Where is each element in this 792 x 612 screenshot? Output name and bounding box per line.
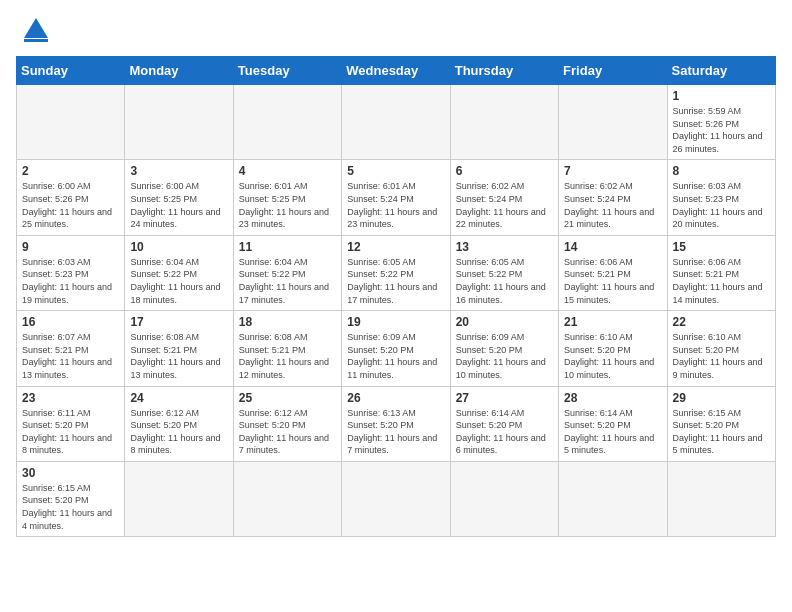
day-number: 1 (673, 89, 770, 103)
calendar-row: 9Sunrise: 6:03 AM Sunset: 5:23 PM Daylig… (17, 235, 776, 310)
day-number: 7 (564, 164, 661, 178)
day-info: Sunrise: 6:08 AM Sunset: 5:21 PM Dayligh… (130, 331, 227, 381)
day-number: 16 (22, 315, 119, 329)
calendar-row: 2Sunrise: 6:00 AM Sunset: 5:26 PM Daylig… (17, 160, 776, 235)
calendar-header: SundayMondayTuesdayWednesdayThursdayFrid… (17, 57, 776, 85)
day-number: 4 (239, 164, 336, 178)
day-cell: 7Sunrise: 6:02 AM Sunset: 5:24 PM Daylig… (559, 160, 667, 235)
page-header (16, 16, 776, 48)
day-cell: 13Sunrise: 6:05 AM Sunset: 5:22 PM Dayli… (450, 235, 558, 310)
logo-svg (22, 16, 50, 44)
weekday-header-row: SundayMondayTuesdayWednesdayThursdayFrid… (17, 57, 776, 85)
day-cell: 28Sunrise: 6:14 AM Sunset: 5:20 PM Dayli… (559, 386, 667, 461)
day-info: Sunrise: 5:59 AM Sunset: 5:26 PM Dayligh… (673, 105, 770, 155)
empty-cell (559, 461, 667, 536)
day-number: 5 (347, 164, 444, 178)
day-cell: 14Sunrise: 6:06 AM Sunset: 5:21 PM Dayli… (559, 235, 667, 310)
day-number: 26 (347, 391, 444, 405)
day-cell: 23Sunrise: 6:11 AM Sunset: 5:20 PM Dayli… (17, 386, 125, 461)
calendar-table: SundayMondayTuesdayWednesdayThursdayFrid… (16, 56, 776, 537)
day-info: Sunrise: 6:04 AM Sunset: 5:22 PM Dayligh… (130, 256, 227, 306)
empty-cell (450, 85, 558, 160)
day-number: 22 (673, 315, 770, 329)
day-number: 20 (456, 315, 553, 329)
day-cell: 3Sunrise: 6:00 AM Sunset: 5:25 PM Daylig… (125, 160, 233, 235)
day-info: Sunrise: 6:04 AM Sunset: 5:22 PM Dayligh… (239, 256, 336, 306)
day-info: Sunrise: 6:15 AM Sunset: 5:20 PM Dayligh… (673, 407, 770, 457)
day-cell: 8Sunrise: 6:03 AM Sunset: 5:23 PM Daylig… (667, 160, 775, 235)
day-cell: 5Sunrise: 6:01 AM Sunset: 5:24 PM Daylig… (342, 160, 450, 235)
day-number: 18 (239, 315, 336, 329)
day-number: 9 (22, 240, 119, 254)
day-number: 3 (130, 164, 227, 178)
day-cell: 2Sunrise: 6:00 AM Sunset: 5:26 PM Daylig… (17, 160, 125, 235)
day-number: 2 (22, 164, 119, 178)
day-info: Sunrise: 6:08 AM Sunset: 5:21 PM Dayligh… (239, 331, 336, 381)
day-cell: 26Sunrise: 6:13 AM Sunset: 5:20 PM Dayli… (342, 386, 450, 461)
calendar-row: 23Sunrise: 6:11 AM Sunset: 5:20 PM Dayli… (17, 386, 776, 461)
day-number: 10 (130, 240, 227, 254)
day-number: 19 (347, 315, 444, 329)
weekday-header-saturday: Saturday (667, 57, 775, 85)
day-cell: 21Sunrise: 6:10 AM Sunset: 5:20 PM Dayli… (559, 311, 667, 386)
empty-cell (125, 85, 233, 160)
day-info: Sunrise: 6:12 AM Sunset: 5:20 PM Dayligh… (239, 407, 336, 457)
day-number: 27 (456, 391, 553, 405)
day-cell: 16Sunrise: 6:07 AM Sunset: 5:21 PM Dayli… (17, 311, 125, 386)
day-cell: 25Sunrise: 6:12 AM Sunset: 5:20 PM Dayli… (233, 386, 341, 461)
day-cell: 17Sunrise: 6:08 AM Sunset: 5:21 PM Dayli… (125, 311, 233, 386)
day-info: Sunrise: 6:09 AM Sunset: 5:20 PM Dayligh… (347, 331, 444, 381)
day-info: Sunrise: 6:06 AM Sunset: 5:21 PM Dayligh… (564, 256, 661, 306)
weekday-header-wednesday: Wednesday (342, 57, 450, 85)
day-number: 15 (673, 240, 770, 254)
day-info: Sunrise: 6:07 AM Sunset: 5:21 PM Dayligh… (22, 331, 119, 381)
empty-cell (559, 85, 667, 160)
day-cell: 20Sunrise: 6:09 AM Sunset: 5:20 PM Dayli… (450, 311, 558, 386)
day-number: 25 (239, 391, 336, 405)
day-number: 23 (22, 391, 119, 405)
day-number: 11 (239, 240, 336, 254)
day-number: 30 (22, 466, 119, 480)
day-cell: 1Sunrise: 5:59 AM Sunset: 5:26 PM Daylig… (667, 85, 775, 160)
empty-cell (17, 85, 125, 160)
day-cell: 27Sunrise: 6:14 AM Sunset: 5:20 PM Dayli… (450, 386, 558, 461)
day-info: Sunrise: 6:00 AM Sunset: 5:25 PM Dayligh… (130, 180, 227, 230)
day-cell: 11Sunrise: 6:04 AM Sunset: 5:22 PM Dayli… (233, 235, 341, 310)
logo (16, 16, 50, 48)
day-cell: 19Sunrise: 6:09 AM Sunset: 5:20 PM Dayli… (342, 311, 450, 386)
day-cell: 6Sunrise: 6:02 AM Sunset: 5:24 PM Daylig… (450, 160, 558, 235)
empty-cell (450, 461, 558, 536)
day-info: Sunrise: 6:02 AM Sunset: 5:24 PM Dayligh… (456, 180, 553, 230)
day-info: Sunrise: 6:03 AM Sunset: 5:23 PM Dayligh… (673, 180, 770, 230)
day-cell: 29Sunrise: 6:15 AM Sunset: 5:20 PM Dayli… (667, 386, 775, 461)
day-number: 8 (673, 164, 770, 178)
empty-cell (342, 85, 450, 160)
empty-cell (125, 461, 233, 536)
day-info: Sunrise: 6:14 AM Sunset: 5:20 PM Dayligh… (564, 407, 661, 457)
svg-rect-1 (24, 39, 48, 42)
day-cell: 18Sunrise: 6:08 AM Sunset: 5:21 PM Dayli… (233, 311, 341, 386)
day-info: Sunrise: 6:01 AM Sunset: 5:24 PM Dayligh… (347, 180, 444, 230)
day-cell: 10Sunrise: 6:04 AM Sunset: 5:22 PM Dayli… (125, 235, 233, 310)
day-number: 6 (456, 164, 553, 178)
svg-marker-0 (24, 18, 48, 38)
empty-cell (342, 461, 450, 536)
day-cell: 15Sunrise: 6:06 AM Sunset: 5:21 PM Dayli… (667, 235, 775, 310)
calendar-row: 30Sunrise: 6:15 AM Sunset: 5:20 PM Dayli… (17, 461, 776, 536)
day-number: 28 (564, 391, 661, 405)
weekday-header-friday: Friday (559, 57, 667, 85)
day-info: Sunrise: 6:02 AM Sunset: 5:24 PM Dayligh… (564, 180, 661, 230)
day-cell: 12Sunrise: 6:05 AM Sunset: 5:22 PM Dayli… (342, 235, 450, 310)
calendar-body: 1Sunrise: 5:59 AM Sunset: 5:26 PM Daylig… (17, 85, 776, 537)
day-number: 14 (564, 240, 661, 254)
calendar-row: 16Sunrise: 6:07 AM Sunset: 5:21 PM Dayli… (17, 311, 776, 386)
day-number: 12 (347, 240, 444, 254)
weekday-header-tuesday: Tuesday (233, 57, 341, 85)
logo-icon (16, 16, 50, 48)
day-cell: 30Sunrise: 6:15 AM Sunset: 5:20 PM Dayli… (17, 461, 125, 536)
day-info: Sunrise: 6:06 AM Sunset: 5:21 PM Dayligh… (673, 256, 770, 306)
day-cell: 22Sunrise: 6:10 AM Sunset: 5:20 PM Dayli… (667, 311, 775, 386)
empty-cell (233, 461, 341, 536)
day-number: 17 (130, 315, 227, 329)
day-number: 13 (456, 240, 553, 254)
